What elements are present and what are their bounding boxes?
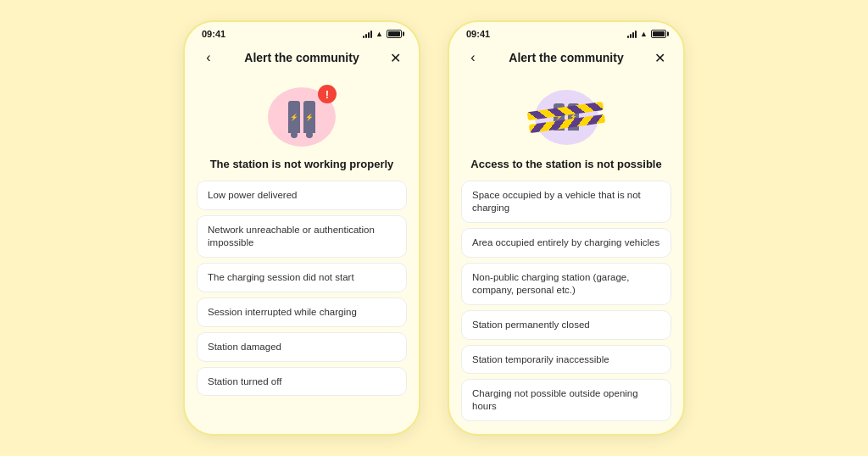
option-2-0[interactable]: Space occupied by a vehicle that is not … [461, 181, 671, 223]
option-1-5[interactable]: Station turned off [197, 367, 407, 397]
status-bar-2: 09:41 ▲ [449, 22, 683, 42]
option-2-2[interactable]: Non-public charging station (garage, com… [461, 263, 671, 305]
signal-icon-1 [363, 30, 372, 38]
lightning-icon-left: ⚡ [290, 114, 298, 121]
phone-2-content: ⚡ ⚡ Access to the station is not possibl… [449, 75, 683, 434]
time-2: 09:41 [466, 29, 490, 39]
status-icons-1: ▲ [363, 30, 402, 38]
battery-icon-2 [651, 30, 666, 38]
battery-icon-1 [387, 30, 402, 38]
phone-2: 09:41 ▲ ‹ Alert the community ✕ [448, 20, 685, 436]
options-list-2: Space occupied by a vehicle that is not … [461, 181, 671, 424]
nav-bar-2: ‹ Alert the community ✕ [449, 42, 683, 75]
close-button-1[interactable]: ✕ [385, 47, 405, 68]
option-1-2[interactable]: The charging session did not start [197, 263, 407, 292]
illustration-1: ⚡ ⚡ ! [197, 75, 407, 158]
back-button-1[interactable]: ‹ [198, 47, 219, 68]
option-2-5[interactable]: Charging not possible outside opening ho… [461, 379, 671, 421]
nav-title-1: Alert the community [219, 51, 385, 64]
option-2-1[interactable]: Area occupied entirely by charging vehic… [461, 228, 671, 258]
option-1-0[interactable]: Low power delivered [197, 181, 407, 210]
options-list-1: Low power delivered Network unreachable … [197, 181, 407, 424]
alert-badge: ! [318, 85, 337, 103]
wifi-icon-2: ▲ [640, 30, 648, 38]
time-1: 09:41 [202, 29, 225, 39]
phone-1: 09:41 ▲ ‹ Alert the community ✕ [183, 20, 420, 436]
charger-plug-right: ⚡ [303, 101, 315, 133]
wifi-icon-1: ▲ [376, 30, 383, 38]
section-title-1: The station is not working properly [197, 158, 407, 172]
charger-plug-left: ⚡ [288, 101, 300, 133]
section-title-2: Access to the station is not possible [461, 158, 671, 172]
phone-1-content: ⚡ ⚡ ! The station is not working properl… [185, 75, 419, 434]
close-button-2[interactable]: ✕ [649, 47, 670, 68]
nav-title-2: Alert the community [483, 51, 649, 64]
illustration-2: ⚡ ⚡ [461, 75, 671, 158]
phones-container: 09:41 ▲ ‹ Alert the community ✕ [183, 20, 685, 436]
ill1-charger: ⚡ ⚡ [288, 101, 315, 133]
lightning-icon-right: ⚡ [305, 114, 314, 121]
status-icons-2: ▲ [627, 30, 666, 38]
option-1-4[interactable]: Station damaged [197, 332, 407, 362]
nav-bar-1: ‹ Alert the community ✕ [185, 42, 419, 75]
signal-icon-2 [627, 30, 637, 38]
option-2-3[interactable]: Station permanently closed [461, 310, 671, 340]
option-1-3[interactable]: Session interrupted while charging [197, 298, 407, 327]
back-button-2[interactable]: ‹ [463, 47, 483, 68]
option-1-1[interactable]: Network unreachable or authentication im… [197, 215, 407, 258]
option-2-4[interactable]: Station temporarily inaccessible [461, 345, 671, 375]
status-bar-1: 09:41 ▲ [185, 22, 419, 42]
